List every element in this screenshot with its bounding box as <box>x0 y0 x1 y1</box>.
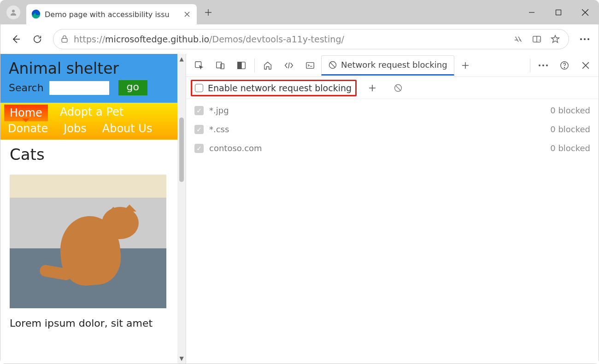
scroll-up-icon[interactable]: ▲ <box>179 56 183 62</box>
search-input[interactable] <box>49 81 109 95</box>
pattern-count: 0 blocked <box>550 106 590 115</box>
svg-point-6 <box>580 38 582 40</box>
enable-blocking-checkbox[interactable] <box>195 84 203 92</box>
url-path: /Demos/devtools-a11y-testing/ <box>209 34 344 44</box>
search-label: Search <box>9 82 44 94</box>
devtools-help-button[interactable] <box>554 55 575 76</box>
cats-section: Cats Lorem ipsum dolor, sit amet <box>0 140 177 332</box>
svg-point-7 <box>584 38 586 40</box>
browser-toolbar: https://microsoftedge.github.io/Demos/de… <box>0 24 599 54</box>
inspect-element-button[interactable] <box>189 55 209 76</box>
scroll-down-icon[interactable]: ▼ <box>179 355 183 362</box>
enable-blocking-label: Enable network request blocking <box>208 83 352 93</box>
scroll-thumb[interactable] <box>179 117 184 182</box>
devtools-panel: Network request blocking <box>186 54 599 364</box>
svg-point-17 <box>542 65 544 66</box>
pattern-list: ✓ *.jpg 0 blocked ✓ *.css 0 blocked ✓ co… <box>186 99 599 159</box>
nav-home[interactable]: Home <box>4 105 48 121</box>
device-emulation-button[interactable] <box>210 55 230 76</box>
devtools-tabbar: Network request blocking <box>186 54 599 77</box>
svg-rect-13 <box>238 62 241 69</box>
url-host: microsoftedge.github.io <box>105 34 209 44</box>
dock-side-button[interactable] <box>231 55 252 76</box>
pattern-row[interactable]: ✓ *.css 0 blocked <box>186 120 599 139</box>
add-pattern-button[interactable] <box>362 78 382 98</box>
pattern-checkbox[interactable]: ✓ <box>194 144 204 153</box>
site-nav: Home Adopt a Pet Donate Jobs About Us <box>0 103 177 140</box>
tab-title: Demo page with accessibility issu <box>45 10 170 19</box>
go-button[interactable]: go <box>118 80 147 95</box>
pattern-text: *.jpg <box>209 106 229 115</box>
devtools-tab-label: Network request blocking <box>341 60 447 70</box>
read-aloud-button[interactable] <box>510 30 527 48</box>
site-title: Animal shelter <box>9 59 169 77</box>
svg-point-0 <box>12 10 15 12</box>
address-bar[interactable]: https://microsoftedge.github.io/Demos/de… <box>53 29 569 49</box>
minimize-button[interactable] <box>518 0 545 24</box>
nav-jobs[interactable]: Jobs <box>60 121 90 136</box>
new-tab-button[interactable] <box>197 0 220 24</box>
network-blocking-tab[interactable]: Network request blocking <box>321 55 454 76</box>
svg-point-8 <box>587 38 589 40</box>
pattern-row[interactable]: ✓ *.jpg 0 blocked <box>186 101 599 120</box>
section-heading: Cats <box>10 145 168 164</box>
devtools-close-button[interactable] <box>576 55 596 76</box>
cat-image <box>10 175 166 308</box>
profile-button[interactable] <box>0 0 26 24</box>
blocking-toolbar: Enable network request blocking <box>186 77 599 99</box>
pattern-count: 0 blocked <box>550 143 590 153</box>
pattern-text: contoso.com <box>209 143 262 153</box>
refresh-button[interactable] <box>28 30 47 48</box>
browser-window: Demo page with accessibility issu <box>0 0 599 364</box>
reading-mode-button[interactable] <box>528 30 546 48</box>
svg-point-18 <box>546 65 548 66</box>
pattern-row[interactable]: ✓ contoso.com 0 blocked <box>186 139 599 158</box>
person-icon <box>6 6 20 19</box>
svg-point-20 <box>564 67 564 67</box>
demo-page: Animal shelter Search go Home Adopt a Pe… <box>0 54 177 364</box>
svg-rect-4 <box>62 38 67 42</box>
console-tab-button[interactable] <box>300 55 320 76</box>
more-tabs-button[interactable] <box>455 55 476 76</box>
svg-rect-3 <box>556 10 561 15</box>
svg-rect-14 <box>306 62 314 68</box>
page-viewport: Animal shelter Search go Home Adopt a Pe… <box>0 54 186 364</box>
pattern-text: *.css <box>209 124 229 134</box>
pattern-checkbox[interactable]: ✓ <box>194 125 204 134</box>
lorem-text: Lorem ipsum dolor, sit amet <box>10 317 168 329</box>
edge-icon <box>31 9 41 19</box>
close-window-button[interactable] <box>572 0 599 24</box>
lock-icon <box>60 35 69 44</box>
window-controls <box>518 0 599 24</box>
titlebar: Demo page with accessibility issu <box>0 0 599 24</box>
page-scrollbar[interactable]: ▲ ▼ <box>177 54 186 364</box>
block-icon <box>328 60 337 70</box>
devtools-more-button[interactable] <box>533 55 553 76</box>
tab-close-button[interactable] <box>183 10 191 18</box>
maximize-button[interactable] <box>545 0 572 24</box>
content-area: Animal shelter Search go Home Adopt a Pe… <box>0 54 599 364</box>
enable-blocking-highlight: Enable network request blocking <box>191 80 357 96</box>
browser-tab[interactable]: Demo page with accessibility issu <box>26 4 197 24</box>
welcome-tab-button[interactable] <box>258 55 278 76</box>
back-button[interactable] <box>7 30 25 48</box>
nav-adopt[interactable]: Adopt a Pet <box>56 105 127 121</box>
svg-point-16 <box>539 65 540 66</box>
elements-tab-button[interactable] <box>279 55 299 76</box>
url-proto: https:// <box>74 34 105 44</box>
pattern-count: 0 blocked <box>550 124 590 134</box>
remove-all-button[interactable] <box>388 78 408 98</box>
favorite-button[interactable] <box>546 30 564 48</box>
pattern-checkbox[interactable]: ✓ <box>194 106 204 115</box>
settings-menu-button[interactable] <box>576 30 594 48</box>
nav-about[interactable]: About Us <box>99 121 156 136</box>
page-header: Animal shelter Search go <box>0 54 177 103</box>
url-text: https://microsoftedge.github.io/Demos/de… <box>74 34 505 44</box>
